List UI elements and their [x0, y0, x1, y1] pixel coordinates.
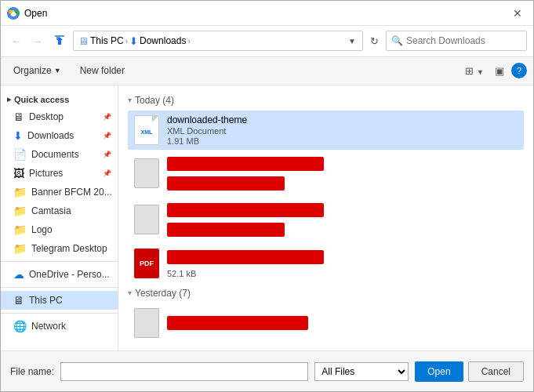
- downloads-icon: ⬇: [13, 129, 23, 142]
- quick-access-label: Quick access: [14, 95, 69, 104]
- file-info-redacted-2: [167, 201, 519, 238]
- view-options-button[interactable]: ⊞ ▼: [461, 63, 488, 79]
- toolbar: Organize ▼ New folder ⊞ ▼ ▣ ?: [1, 57, 533, 85]
- file-size-downloaded-theme: 1.91 MB: [167, 136, 519, 146]
- file-info-redacted-1: [167, 155, 519, 192]
- documents-icon: 📄: [13, 148, 27, 161]
- today-chevron: ▾: [128, 96, 132, 104]
- file-info-pdf: 52.1 kB: [167, 249, 519, 278]
- navigation-bar: ← → 🖥 This PC › ⬇ Downloads ›: [1, 26, 533, 57]
- organize-button[interactable]: Organize ▼: [7, 62, 67, 79]
- close-button[interactable]: ✕: [508, 5, 527, 21]
- view-dropdown-icon: ▼: [477, 68, 484, 76]
- redacted-bar-1a: [167, 157, 324, 171]
- pin-icon-documents: 📌: [103, 151, 111, 158]
- address-path: 🖥 This PC › ⬇ Downloads ›: [78, 35, 343, 47]
- downloads-path-icon: ⬇: [129, 35, 138, 47]
- dialog-window: Open ✕ ← → 🖥 This PC › ⬇: [0, 0, 534, 392]
- file-icon-yesterday-1: [133, 307, 161, 339]
- file-item-pdf[interactable]: PDF 52.1 kB: [128, 244, 524, 283]
- search-box: 🔍: [386, 31, 527, 51]
- bottom-bar: File name: All Files XML Files PDF Files…: [1, 350, 533, 391]
- sidebar-item-camtasia[interactable]: 📁 Camtasia: [1, 201, 118, 220]
- banner-icon: 📁: [13, 186, 27, 198]
- sidebar-divider-1: [1, 261, 118, 262]
- quick-access-chevron: ▸: [7, 95, 11, 103]
- pin-icon-downloads: 📌: [103, 132, 111, 140]
- sidebar-item-downloads[interactable]: ⬇ Downloads 📌: [1, 126, 118, 145]
- pictures-icon: 🖼: [13, 167, 24, 180]
- banner-label: Banner BFCM 20...: [31, 187, 112, 198]
- path-chevron-1: ›: [125, 37, 128, 45]
- bottom-buttons: Open Cancel: [415, 361, 524, 382]
- pdf-icon: PDF: [134, 249, 159, 278]
- window-title: Open: [24, 8, 47, 19]
- refresh-button[interactable]: ↻: [366, 33, 383, 49]
- sidebar-item-thispc[interactable]: 🖥 This PC: [1, 291, 118, 310]
- path-downloads: Downloads ›: [140, 35, 191, 46]
- file-type-downloaded-theme: XML Document: [167, 126, 519, 136]
- group-today-header: ▾ Today (4): [128, 92, 524, 111]
- file-item-downloaded-theme[interactable]: XML downloaded-theme XML Document 1.91 M…: [128, 111, 524, 150]
- pin-icon-pictures: 📌: [103, 169, 111, 177]
- back-button[interactable]: ←: [7, 33, 25, 49]
- address-bar[interactable]: 🖥 This PC › ⬇ Downloads › ▼: [73, 31, 363, 51]
- sidebar-item-desktop[interactable]: 🖥 Desktop 📌: [1, 107, 118, 126]
- filetype-select[interactable]: All Files XML Files PDF Files All Docume…: [314, 362, 409, 381]
- file-item-yesterday-1[interactable]: [128, 303, 524, 343]
- file-size-pdf: 52.1 kB: [167, 269, 519, 278]
- desktop-icon: 🖥: [13, 111, 24, 123]
- file-item-redacted-1[interactable]: [128, 151, 524, 196]
- xml-icon: XML: [134, 115, 159, 145]
- filename-label: File name:: [10, 366, 54, 377]
- file-icon-pdf: PDF: [133, 248, 161, 279]
- pin-icon-desktop: 📌: [103, 113, 111, 121]
- logo-icon: 📁: [13, 223, 27, 236]
- address-dropdown-button[interactable]: ▼: [347, 35, 358, 47]
- sidebar: ▸ Quick access 🖥 Desktop 📌 ⬇ Downloads 📌…: [1, 85, 118, 350]
- group-yesterday-header: ▾ Yesterday (7): [128, 285, 524, 303]
- xml-icon-text: XML: [141, 129, 153, 135]
- help-button[interactable]: ?: [511, 63, 527, 78]
- redacted-bar-2b: [167, 223, 285, 237]
- new-folder-button[interactable]: New folder: [74, 62, 131, 79]
- up-button[interactable]: [49, 31, 70, 51]
- sidebar-item-documents[interactable]: 📄 Documents 📌: [1, 145, 118, 164]
- generic-icon-y1: [134, 308, 159, 338]
- preview-pane-button[interactable]: ▣: [491, 63, 508, 79]
- onedrive-icon: ☁: [13, 268, 24, 281]
- file-item-redacted-2[interactable]: [128, 198, 524, 242]
- sidebar-item-network[interactable]: 🌐 Network: [1, 317, 118, 336]
- main-content: ▸ Quick access 🖥 Desktop 📌 ⬇ Downloads 📌…: [1, 85, 533, 350]
- sidebar-item-telegram[interactable]: 📁 Telegram Desktop: [1, 239, 118, 258]
- generic-icon-1: [134, 158, 159, 188]
- forward-button[interactable]: →: [28, 33, 46, 49]
- toolbar-right: ⊞ ▼ ▣ ?: [461, 63, 527, 79]
- path-thispc: This PC ›: [90, 35, 128, 46]
- redacted-bar-1b: [167, 176, 285, 191]
- network-icon: 🌐: [13, 320, 27, 332]
- yesterday-label: Yesterday (7): [135, 288, 191, 299]
- sidebar-item-onedrive[interactable]: ☁ OneDrive - Perso...: [1, 265, 118, 284]
- file-list: ▾ Today (4) XML downloaded-theme XML Doc…: [118, 85, 533, 350]
- generic-icon-2: [134, 205, 159, 234]
- sidebar-item-pictures[interactable]: 🖼 Pictures 📌: [1, 164, 118, 183]
- redacted-bar-pdf: [167, 250, 324, 264]
- filename-input[interactable]: [60, 362, 308, 381]
- this-pc-icon: 🖥: [78, 35, 89, 47]
- redacted-bar-y1: [167, 316, 308, 330]
- camtasia-icon: 📁: [13, 205, 27, 217]
- quick-access-header: ▸ Quick access: [1, 92, 118, 107]
- cancel-button[interactable]: Cancel: [468, 361, 524, 382]
- sidebar-item-banner-bfcm[interactable]: 📁 Banner BFCM 20...: [1, 183, 118, 201]
- thispc-icon: 🖥: [13, 294, 24, 307]
- yesterday-chevron: ▾: [128, 289, 132, 297]
- title-bar: Open ✕: [1, 1, 533, 26]
- telegram-icon: 📁: [13, 242, 27, 255]
- file-icon-redacted-2: [133, 204, 161, 235]
- search-input[interactable]: [406, 35, 521, 46]
- redacted-bar-2a: [167, 203, 324, 217]
- today-label: Today (4): [135, 95, 174, 106]
- sidebar-item-logo[interactable]: 📁 Logo: [1, 220, 118, 239]
- open-button[interactable]: Open: [415, 361, 463, 382]
